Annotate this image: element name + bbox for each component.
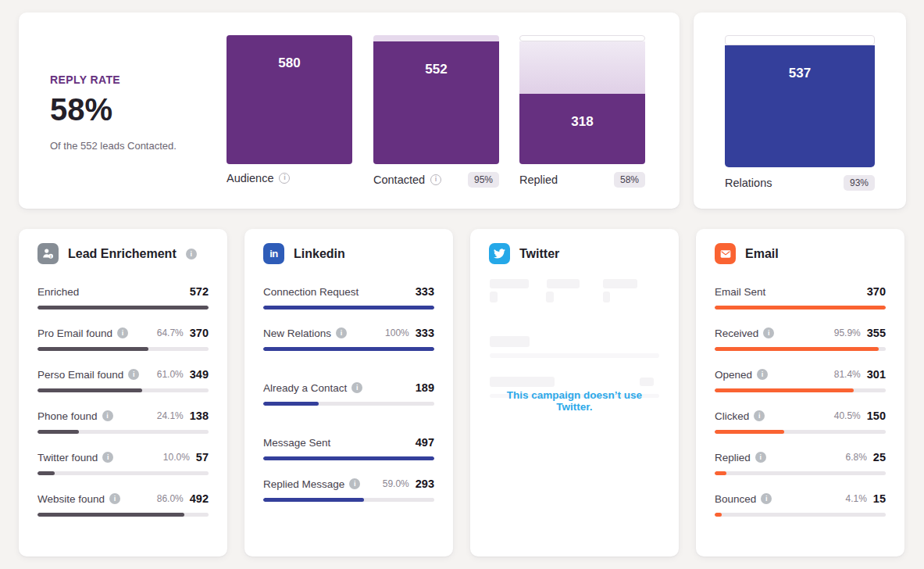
- lead-card-header: i Lead Enrichement i: [37, 243, 209, 264]
- metric-label: Replied: [715, 452, 751, 463]
- metric-value: 25: [873, 451, 886, 463]
- metric-percent: 100%: [385, 327, 409, 338]
- linkedin-icon: in: [263, 243, 284, 264]
- skeleton-block: [546, 292, 554, 302]
- progress-track: [37, 430, 209, 434]
- funnel-bar-replied: 318: [519, 35, 645, 164]
- contacted-remainder-cap: [373, 35, 499, 41]
- metric-percent: 6.8%: [846, 452, 867, 463]
- progress-track: [263, 402, 434, 406]
- relations-percent-badge: 93%: [844, 175, 875, 191]
- metric-row: Clickedi 40.5%150: [715, 409, 886, 434]
- metric-label: Opened: [715, 369, 752, 381]
- progress-fill: [37, 471, 55, 475]
- metric-value: 349: [190, 368, 209, 381]
- skeleton-block: [490, 336, 530, 347]
- metric-value: 370: [190, 327, 209, 339]
- metric-row: Repliedi 6.8%25: [715, 450, 886, 475]
- twitter-unused-link[interactable]: This campaign doesn’t use Twitter.: [489, 389, 660, 413]
- contacted-value: 552: [373, 41, 499, 77]
- info-icon[interactable]: i: [430, 174, 441, 185]
- info-icon[interactable]: i: [351, 382, 362, 393]
- progress-fill: [715, 388, 854, 392]
- funnel-bar-audience: 580: [227, 35, 352, 164]
- info-icon[interactable]: i: [763, 327, 774, 338]
- metric-row: Pro Email foundi 64.7%370: [37, 326, 209, 351]
- progress-track: [263, 456, 434, 460]
- skeleton-block: [490, 353, 659, 358]
- info-icon[interactable]: i: [128, 369, 139, 380]
- user-info-icon: i: [37, 243, 59, 264]
- replied-unreplied-segment: [519, 41, 645, 94]
- info-icon[interactable]: i: [336, 327, 347, 338]
- metric-label: Received: [715, 327, 758, 339]
- skeleton-block: [490, 279, 529, 288]
- progress-fill: [263, 347, 434, 351]
- twitter-bird-icon: [489, 243, 510, 264]
- progress-fill: [263, 402, 319, 406]
- email-card-title: Email: [745, 247, 779, 261]
- overview-card: REPLY RATE 58% Of the 552 leads Contacte…: [19, 13, 680, 209]
- info-icon[interactable]: i: [761, 493, 772, 504]
- metric-row: Openedi 81.4%301: [715, 367, 886, 392]
- progress-track: [263, 306, 434, 310]
- metric-percent: 4.1%: [846, 493, 867, 504]
- metric-row: Already a Contacti 189: [263, 381, 434, 406]
- info-icon[interactable]: i: [102, 410, 113, 421]
- progress-track: [715, 388, 886, 392]
- progress-track: [263, 347, 434, 351]
- email-card: Email Email Sent 370 Receivedi 95.9%355 …: [696, 229, 904, 556]
- metric-value: 138: [190, 410, 209, 422]
- replied-value: 318: [519, 94, 645, 130]
- metric-value: 150: [867, 410, 886, 422]
- metric-row: Enriched 572: [37, 284, 209, 310]
- audience-value: 580: [227, 35, 352, 71]
- info-icon[interactable]: i: [755, 452, 766, 463]
- email-card-header: Email: [715, 243, 886, 264]
- metric-label: Phone found: [37, 410, 98, 422]
- progress-fill: [37, 306, 209, 310]
- contacted-segment: 552: [373, 41, 499, 164]
- metric-row: New Relationsi 100%333: [263, 326, 434, 351]
- info-icon[interactable]: i: [754, 410, 765, 421]
- funnel-bar-relations: 537: [725, 35, 875, 167]
- metric-value: 333: [416, 285, 434, 298]
- replied-label-row: Replied 58%: [519, 172, 645, 188]
- twitter-card: Twitter This campaign doesn’t use Twitte…: [470, 229, 679, 556]
- relations-value: 537: [725, 45, 875, 81]
- metric-label: Twitter found: [37, 452, 98, 463]
- info-icon[interactable]: i: [349, 478, 360, 489]
- metric-value: 497: [416, 436, 434, 449]
- skeleton-block: [603, 292, 610, 302]
- info-icon[interactable]: i: [102, 452, 113, 463]
- info-icon[interactable]: i: [117, 327, 128, 338]
- progress-fill: [715, 306, 886, 310]
- progress-track: [37, 513, 209, 517]
- skeleton-block: [640, 378, 654, 386]
- info-icon[interactable]: i: [757, 369, 768, 380]
- reply-rate-title: REPLY RATE: [50, 73, 177, 86]
- metric-value: 301: [867, 368, 886, 381]
- relations-empty-cap: [725, 35, 875, 45]
- linkedin-card-title: Linkedin: [294, 247, 345, 261]
- progress-fill: [263, 306, 434, 310]
- progress-fill: [715, 513, 722, 517]
- progress-track: [715, 347, 886, 351]
- metric-value: 572: [190, 285, 209, 298]
- info-icon[interactable]: i: [186, 249, 197, 259]
- metric-row: Email Sent 370: [715, 284, 886, 310]
- lead-card-title: Lead Enrichement: [68, 247, 177, 261]
- reply-rate-value: 58%: [50, 92, 177, 127]
- skeleton-block: [603, 279, 637, 288]
- progress-track: [715, 430, 886, 434]
- metric-row: Connection Request 333: [263, 284, 434, 310]
- metric-value: 15: [873, 492, 886, 505]
- progress-fill: [37, 430, 79, 434]
- info-icon[interactable]: i: [279, 173, 290, 184]
- metric-row: Perso Email foundi 61.0%349: [37, 367, 209, 392]
- info-icon[interactable]: i: [109, 493, 120, 504]
- progress-fill: [715, 347, 879, 351]
- replied-segment: 318: [519, 94, 645, 164]
- metric-label: New Relations: [263, 327, 331, 339]
- progress-fill: [715, 471, 726, 475]
